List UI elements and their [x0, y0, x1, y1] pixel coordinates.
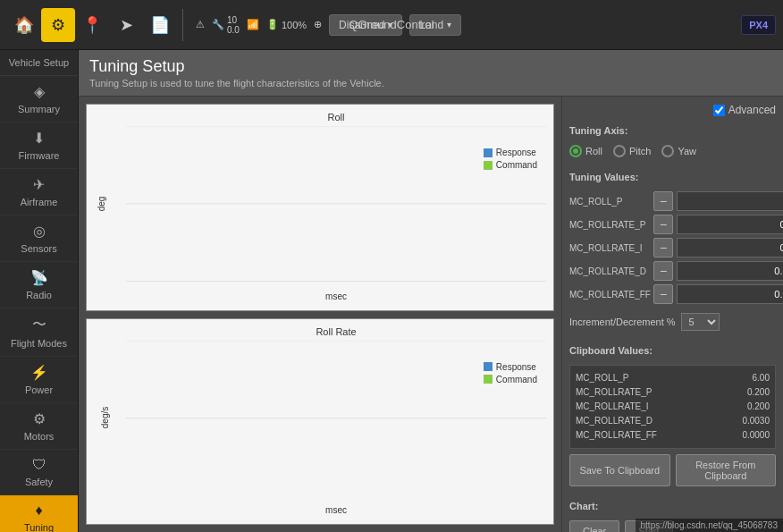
antenna-item: 📶	[247, 19, 259, 30]
advanced-label: Advanced	[728, 104, 776, 116]
antenna-icon: 📶	[247, 19, 259, 30]
chart-wrapper-roll-chart: degmsec10.05.00.0ResponseCommand	[126, 126, 546, 282]
sensors-label: Sensors	[21, 243, 56, 254]
topbar: 🏠 ⚙ 📍 ➤ 📄 ⚠ 🔧 100.0 📶 🔋 100% ⊕ Disarmed …	[0, 0, 783, 50]
param-label-mc-rollrate-p: MC_ROLLRATE_P	[569, 220, 650, 230]
radio-label: Radio	[26, 290, 52, 300]
sensors-icon: ◎	[33, 223, 46, 240]
firmware-label: Firmware	[19, 150, 60, 161]
clipboard-label: MC_ROLLRATE_I	[576, 400, 649, 414]
main-layout: Vehicle Setup ◈ Summary ⬇ Firmware ✈ Air…	[0, 50, 783, 532]
radio-icon: 📡	[30, 269, 48, 286]
legend-command: Command	[484, 160, 537, 170]
clipboard-label: MC_ROLL_P	[576, 371, 628, 385]
legend-icon	[484, 375, 493, 384]
clipboard-value: 0.200	[747, 385, 770, 400]
sidebar-item-airframe[interactable]: ✈ Airframe	[0, 169, 78, 215]
warning-icon: ⚠	[196, 19, 205, 30]
sidebar-item-power[interactable]: ⚡ Power	[0, 357, 78, 403]
tuning-icon: ♦	[35, 502, 42, 519]
page-subtitle: Tuning Setup is used to tune the flight …	[89, 78, 772, 89]
tuning-axis-title: Tuning Axis:	[569, 125, 776, 136]
sidebar-item-motors[interactable]: ⚙ Motors	[0, 403, 78, 450]
send-icon-btn[interactable]: ➤	[109, 8, 143, 42]
content-body: Rolldegmsec10.05.00.0ResponseCommandRoll…	[79, 97, 783, 532]
param-label-mc-rollrate-i: MC_ROLLRATE_I	[569, 243, 650, 253]
clipboard-value: 0.0000	[742, 428, 770, 443]
radio-roll[interactable]: Roll	[569, 145, 602, 157]
param-label-mc-roll-p: MC_ROLL_P	[569, 197, 650, 207]
safety-label: Safety	[25, 477, 53, 487]
sidebar-header: Vehicle Setup	[0, 50, 78, 76]
param-minus-mc-rollrate-ff[interactable]: −	[653, 284, 673, 304]
param-minus-mc-rollrate-p[interactable]: −	[653, 215, 673, 234]
content-area: Tuning Setup Tuning Setup is used to tun…	[79, 50, 783, 532]
clipboard-label: MC_ROLLRATE_D	[576, 414, 652, 428]
radio-yaw[interactable]: Yaw	[661, 145, 696, 157]
radio-circle-yaw	[661, 145, 674, 157]
save-clipboard-btn[interactable]: Save To Clipboard	[569, 454, 670, 486]
clipboard-row-MC_ROLL_P: MC_ROLL_P 6.00	[576, 371, 770, 385]
radio-pitch[interactable]: Pitch	[613, 145, 651, 157]
clipboard-row-MC_ROLLRATE_P: MC_ROLLRATE_P 0.200	[576, 385, 770, 400]
chart-roll-chart: Rolldegmsec10.05.00.0ResponseCommand	[86, 104, 554, 311]
svg-rect-6	[484, 148, 493, 157]
sidebar-item-flight-modes[interactable]: 〜 Flight Modes	[0, 308, 78, 357]
home-icon-btn[interactable]: 🏠	[7, 8, 41, 42]
param-minus-mc-rollrate-i[interactable]: −	[653, 238, 673, 258]
airframe-label: Airframe	[21, 197, 58, 207]
power-label: Power	[25, 384, 53, 395]
sidebar-item-sensors[interactable]: ◎ Sensors	[0, 215, 78, 262]
sidebar-items: ◈ Summary ⬇ Firmware ✈ Airframe ◎ Sensor…	[0, 76, 78, 532]
sidebar-item-safety[interactable]: 🛡 Safety	[0, 450, 78, 495]
legend-command: Command	[484, 375, 537, 384]
settings-icon-btn[interactable]: ⚙	[41, 8, 75, 42]
tuning-row-mc-rollrate-ff: MC_ROLLRATE_FF − +	[569, 284, 776, 304]
clipboard-row-MC_ROLLRATE_D: MC_ROLLRATE_D 0.0030	[576, 414, 770, 428]
clipboard-row-MC_ROLLRATE_I: MC_ROLLRATE_I 0.200	[576, 400, 770, 414]
svg-rect-14	[484, 362, 493, 371]
sidebar-item-radio[interactable]: 📡 Radio	[0, 262, 78, 308]
advanced-checkbox[interactable]	[713, 105, 725, 116]
clipboard-value: 0.200	[747, 400, 770, 414]
chart-xlabel-roll-rate-chart: msec	[325, 505, 347, 515]
increment-select[interactable]: 5 10 20	[681, 313, 720, 331]
page-header: Tuning Setup Tuning Setup is used to tun…	[79, 50, 783, 97]
clipboard-label: MC_ROLLRATE_P	[576, 385, 652, 400]
sidebar-item-summary[interactable]: ◈ Summary	[0, 76, 78, 122]
tuning-axis-group: Roll Pitch Yaw	[569, 145, 776, 157]
param-input-mc-roll-p[interactable]	[677, 191, 783, 211]
file-icon-btn[interactable]: 📄	[143, 8, 177, 42]
legend-response: Response	[484, 148, 537, 157]
chart-ylabel-roll-rate-chart: deg/s	[100, 407, 110, 428]
url-bar: https://blog.csdn.net/qq_45068783	[636, 519, 783, 532]
sidebar-item-tuning[interactable]: ♦ Tuning	[0, 495, 78, 532]
motors-icon: ⚙	[33, 410, 46, 427]
signal-value: 100.0	[227, 15, 240, 35]
param-minus-mc-roll-p[interactable]: −	[653, 191, 673, 211]
location-icon-btn[interactable]: 📍	[75, 8, 109, 42]
chart-ylabel-roll-chart: deg	[97, 196, 106, 211]
clipboard-values: MC_ROLL_P 6.00 MC_ROLLRATE_P 0.200 MC_RO…	[569, 365, 776, 449]
param-input-mc-rollrate-ff[interactable]	[677, 284, 783, 304]
advanced-row: Advanced	[569, 104, 776, 116]
param-minus-mc-rollrate-d[interactable]: −	[653, 261, 673, 281]
battery-icon: 🔋	[266, 19, 279, 30]
clear-btn[interactable]: Clear	[569, 520, 619, 532]
sidebar-item-firmware[interactable]: ⬇ Firmware	[0, 122, 78, 169]
legend-icon	[484, 161, 493, 170]
param-input-mc-rollrate-i[interactable]	[677, 238, 783, 258]
restore-clipboard-btn[interactable]: Restore From Clipboard	[676, 454, 777, 486]
chart-wrapper-roll-rate-chart: deg/smsec10.05.00.0ResponseCommand	[126, 341, 546, 496]
legend-icon	[484, 362, 493, 371]
page-title: Tuning Setup	[89, 57, 772, 76]
chart-label: Chart:	[569, 501, 776, 511]
chart-title-roll-rate-chart: Roll Rate	[126, 326, 546, 337]
param-label-mc-rollrate-ff: MC_ROLLRATE_FF	[569, 290, 650, 300]
param-input-mc-rollrate-d[interactable]	[677, 261, 783, 281]
tuning-params: MC_ROLL_P − + MC_ROLLRATE_P − + MC_ROLLR…	[569, 191, 776, 308]
clipboard-label: MC_ROLLRATE_FF	[576, 428, 657, 443]
airframe-icon: ✈	[33, 176, 45, 193]
param-input-mc-rollrate-p[interactable]	[677, 215, 783, 234]
clipboard-values-title: Clipboard Values:	[569, 345, 776, 356]
